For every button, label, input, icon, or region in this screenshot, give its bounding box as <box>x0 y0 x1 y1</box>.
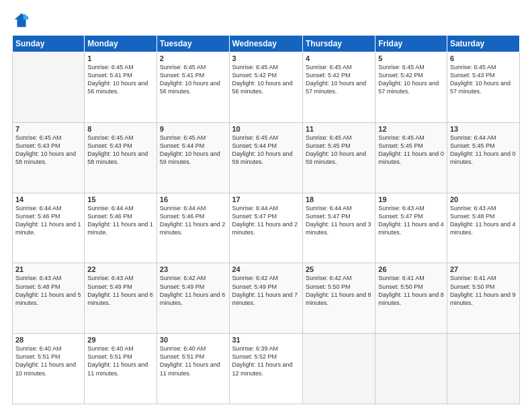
calendar-cell: 20Sunrise: 6:43 AMSunset: 5:48 PMDayligh… <box>447 193 519 263</box>
calendar-day-header: Wednesday <box>229 36 302 52</box>
calendar-cell: 27Sunrise: 6:41 AMSunset: 5:50 PMDayligh… <box>447 263 519 334</box>
cell-details: Sunrise: 6:45 AMSunset: 5:45 PMDaylight:… <box>378 134 444 167</box>
day-number: 19 <box>378 195 444 203</box>
cell-details: Sunrise: 6:45 AMSunset: 5:41 PMDaylight:… <box>160 63 226 96</box>
calendar-cell: 7Sunrise: 6:45 AMSunset: 5:43 PMDaylight… <box>13 122 85 193</box>
calendar-cell: 15Sunrise: 6:44 AMSunset: 5:46 PMDayligh… <box>85 193 157 263</box>
calendar-cell: 23Sunrise: 6:42 AMSunset: 5:49 PMDayligh… <box>157 263 229 334</box>
calendar-cell: 10Sunrise: 6:45 AMSunset: 5:44 PMDayligh… <box>229 122 302 193</box>
calendar-cell: 28Sunrise: 6:40 AMSunset: 5:51 PMDayligh… <box>13 334 85 404</box>
day-number: 10 <box>232 125 300 133</box>
calendar-cell: 3Sunrise: 6:45 AMSunset: 5:42 PMDaylight… <box>229 52 302 123</box>
cell-details: Sunrise: 6:45 AMSunset: 5:44 PMDaylight:… <box>160 134 226 167</box>
cell-details: Sunrise: 6:41 AMSunset: 5:50 PMDaylight:… <box>378 274 444 307</box>
day-number: 24 <box>232 265 300 273</box>
calendar-cell: 31Sunrise: 6:39 AMSunset: 5:52 PMDayligh… <box>229 334 302 404</box>
day-number: 18 <box>306 195 372 203</box>
calendar-cell <box>302 334 375 404</box>
calendar-cell <box>375 334 447 404</box>
cell-details: Sunrise: 6:45 AMSunset: 5:42 PMDaylight:… <box>378 63 444 96</box>
day-number: 3 <box>232 54 300 62</box>
cell-details: Sunrise: 6:45 AMSunset: 5:41 PMDaylight:… <box>87 63 153 96</box>
cell-details: Sunrise: 6:44 AMSunset: 5:47 PMDaylight:… <box>232 204 300 237</box>
cell-details: Sunrise: 6:45 AMSunset: 5:45 PMDaylight:… <box>306 134 372 167</box>
cell-details: Sunrise: 6:44 AMSunset: 5:46 PMDaylight:… <box>15 204 81 237</box>
calendar-week-row: 14Sunrise: 6:44 AMSunset: 5:46 PMDayligh… <box>13 193 520 263</box>
cell-details: Sunrise: 6:40 AMSunset: 5:51 PMDaylight:… <box>160 345 226 377</box>
calendar-week-row: 21Sunrise: 6:43 AMSunset: 5:48 PMDayligh… <box>13 263 520 334</box>
cell-details: Sunrise: 6:44 AMSunset: 5:45 PMDaylight:… <box>450 134 517 167</box>
day-number: 20 <box>450 195 517 203</box>
svg-marker-1 <box>24 13 28 19</box>
day-number: 25 <box>306 265 372 273</box>
day-number: 7 <box>15 125 81 133</box>
calendar-week-row: 28Sunrise: 6:40 AMSunset: 5:51 PMDayligh… <box>13 334 520 404</box>
calendar-cell: 22Sunrise: 6:43 AMSunset: 5:49 PMDayligh… <box>85 263 157 334</box>
cell-details: Sunrise: 6:45 AMSunset: 5:44 PMDaylight:… <box>232 134 300 167</box>
cell-details: Sunrise: 6:40 AMSunset: 5:51 PMDaylight:… <box>87 345 153 377</box>
day-number: 21 <box>15 265 81 273</box>
day-number: 4 <box>306 54 372 62</box>
calendar-day-header: Monday <box>85 36 157 52</box>
calendar-cell: 8Sunrise: 6:45 AMSunset: 5:43 PMDaylight… <box>85 122 157 193</box>
calendar-cell <box>447 334 519 404</box>
calendar-cell <box>13 52 85 123</box>
cell-details: Sunrise: 6:41 AMSunset: 5:50 PMDaylight:… <box>450 274 517 307</box>
calendar-week-row: 1Sunrise: 6:45 AMSunset: 5:41 PMDaylight… <box>13 52 520 123</box>
day-number: 17 <box>232 195 300 203</box>
calendar-day-header: Friday <box>375 36 447 52</box>
day-number: 12 <box>378 125 444 133</box>
cell-details: Sunrise: 6:45 AMSunset: 5:43 PMDaylight:… <box>87 134 153 167</box>
calendar-day-header: Thursday <box>302 36 375 52</box>
cell-details: Sunrise: 6:43 AMSunset: 5:49 PMDaylight:… <box>87 274 153 307</box>
calendar-day-header: Sunday <box>13 36 85 52</box>
day-number: 29 <box>87 336 153 344</box>
day-number: 13 <box>450 125 517 133</box>
cell-details: Sunrise: 6:44 AMSunset: 5:47 PMDaylight:… <box>306 204 372 237</box>
cell-details: Sunrise: 6:42 AMSunset: 5:49 PMDaylight:… <box>232 274 300 307</box>
calendar-header-row: SundayMondayTuesdayWednesdayThursdayFrid… <box>13 36 520 52</box>
day-number: 16 <box>160 195 226 203</box>
day-number: 30 <box>160 336 226 344</box>
day-number: 14 <box>15 195 81 203</box>
day-number: 28 <box>15 336 81 344</box>
calendar-cell: 25Sunrise: 6:42 AMSunset: 5:50 PMDayligh… <box>302 263 375 334</box>
cell-details: Sunrise: 6:44 AMSunset: 5:46 PMDaylight:… <box>160 204 226 237</box>
cell-details: Sunrise: 6:42 AMSunset: 5:50 PMDaylight:… <box>306 274 372 307</box>
day-number: 31 <box>232 336 300 344</box>
calendar-cell: 30Sunrise: 6:40 AMSunset: 5:51 PMDayligh… <box>157 334 229 404</box>
cell-details: Sunrise: 6:45 AMSunset: 5:42 PMDaylight:… <box>306 63 372 96</box>
day-number: 5 <box>378 54 444 62</box>
cell-details: Sunrise: 6:43 AMSunset: 5:48 PMDaylight:… <box>450 204 517 237</box>
logo <box>12 11 34 30</box>
cell-details: Sunrise: 6:39 AMSunset: 5:52 PMDaylight:… <box>232 345 300 377</box>
header <box>12 11 520 30</box>
calendar-cell: 17Sunrise: 6:44 AMSunset: 5:47 PMDayligh… <box>229 193 302 263</box>
calendar-cell: 19Sunrise: 6:43 AMSunset: 5:47 PMDayligh… <box>375 193 447 263</box>
cell-details: Sunrise: 6:45 AMSunset: 5:43 PMDaylight:… <box>15 134 81 167</box>
cell-details: Sunrise: 6:44 AMSunset: 5:46 PMDaylight:… <box>87 204 153 237</box>
calendar-cell: 4Sunrise: 6:45 AMSunset: 5:42 PMDaylight… <box>302 52 375 123</box>
calendar-cell: 26Sunrise: 6:41 AMSunset: 5:50 PMDayligh… <box>375 263 447 334</box>
cell-details: Sunrise: 6:40 AMSunset: 5:51 PMDaylight:… <box>15 345 81 377</box>
calendar-day-header: Saturday <box>447 36 519 52</box>
page: SundayMondayTuesdayWednesdayThursdayFrid… <box>0 0 532 411</box>
day-number: 6 <box>450 54 517 62</box>
calendar-cell: 11Sunrise: 6:45 AMSunset: 5:45 PMDayligh… <box>302 122 375 193</box>
cell-details: Sunrise: 6:45 AMSunset: 5:43 PMDaylight:… <box>450 63 517 96</box>
day-number: 15 <box>87 195 153 203</box>
calendar-cell: 9Sunrise: 6:45 AMSunset: 5:44 PMDaylight… <box>157 122 229 193</box>
calendar-cell: 24Sunrise: 6:42 AMSunset: 5:49 PMDayligh… <box>229 263 302 334</box>
cell-details: Sunrise: 6:43 AMSunset: 5:48 PMDaylight:… <box>15 274 81 307</box>
day-number: 2 <box>160 54 226 62</box>
calendar-cell: 29Sunrise: 6:40 AMSunset: 5:51 PMDayligh… <box>85 334 157 404</box>
calendar-cell: 16Sunrise: 6:44 AMSunset: 5:46 PMDayligh… <box>157 193 229 263</box>
calendar-cell: 12Sunrise: 6:45 AMSunset: 5:45 PMDayligh… <box>375 122 447 193</box>
logo-icon <box>12 11 31 30</box>
svg-marker-0 <box>15 13 29 28</box>
calendar-cell: 5Sunrise: 6:45 AMSunset: 5:42 PMDaylight… <box>375 52 447 123</box>
calendar-cell: 1Sunrise: 6:45 AMSunset: 5:41 PMDaylight… <box>85 52 157 123</box>
cell-details: Sunrise: 6:42 AMSunset: 5:49 PMDaylight:… <box>160 274 226 307</box>
cell-details: Sunrise: 6:45 AMSunset: 5:42 PMDaylight:… <box>232 63 300 96</box>
calendar-table: SundayMondayTuesdayWednesdayThursdayFrid… <box>12 35 520 404</box>
